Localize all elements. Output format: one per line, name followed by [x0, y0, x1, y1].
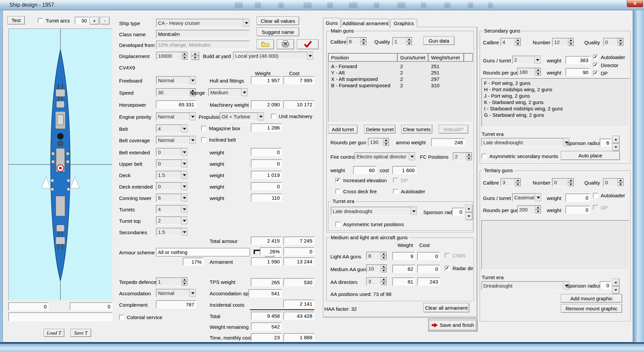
armour-scheme-field[interactable]: All or nothing — [156, 248, 250, 256]
unit-machinery-checkbox[interactable]: Unit machinery — [271, 113, 312, 119]
increased-elevation-checkbox[interactable]: Increased elevation — [335, 178, 387, 183]
col-guns-turret[interactable]: Guns/turret — [397, 53, 428, 62]
deck-select[interactable]: 1.5 — [156, 171, 188, 179]
chevron-down-icon[interactable] — [181, 171, 187, 179]
tab-graphics[interactable]: Graphics — [390, 19, 417, 27]
chevron-down-icon[interactable] — [181, 205, 187, 213]
light-aa-spinner[interactable]: 8 — [366, 252, 387, 260]
ship-drawing-canvas[interactable] — [8, 29, 112, 300]
spinner-updown-icon[interactable] — [361, 38, 367, 45]
sec-guns-turret-select[interactable]: 2 — [512, 56, 541, 64]
ship-type-select[interactable]: CA - Heavy cruiser — [156, 19, 250, 27]
auto-place-button[interactable]: Auto place — [561, 151, 620, 160]
cross-deck-fire-checkbox[interactable]: Cross deck fire — [335, 189, 377, 194]
turret-table[interactable]: Position Guns/turret Weight/turret A - F… — [328, 53, 473, 122]
fire-control-select[interactable]: Electro optical director — [355, 152, 416, 161]
medium-aa-spinner[interactable]: 10 — [366, 264, 387, 273]
sec-dp-checkbox[interactable]: DP — [593, 70, 608, 76]
belt-coverage-select[interactable]: Normal — [156, 136, 196, 144]
arc-plus-button[interactable]: + — [90, 17, 99, 24]
list-item[interactable]: I - Starboard midships wing, 2 guns — [484, 105, 627, 112]
belt-extended-select[interactable]: 0 — [156, 148, 188, 156]
clear-turrets-button[interactable]: Clear turrets — [401, 125, 432, 134]
chevron-down-icon[interactable] — [190, 136, 196, 144]
spinner-updown-icon[interactable] — [381, 278, 387, 285]
spinner-updown-icon[interactable] — [535, 206, 541, 213]
tab-additional-armament[interactable]: Additional armament — [341, 19, 389, 27]
build-at-yard-select[interactable]: Local yard (48 000) — [233, 52, 314, 60]
engine-priority-select[interactable]: Normal — [156, 112, 196, 121]
ter-number-spinner[interactable]: 0 — [552, 178, 574, 187]
chevron-down-icon[interactable] — [181, 160, 187, 167]
list-item[interactable]: G - Starboard wing, 2 guns — [484, 112, 627, 118]
spinner-updown-icon[interactable] — [381, 265, 387, 272]
table-row[interactable]: A - Forward2251 — [328, 63, 473, 69]
arc-step-field[interactable]: 30 — [75, 17, 89, 24]
magazine-box-checkbox[interactable]: Magazine box — [201, 125, 240, 131]
remove-mount-graphic-button[interactable]: Remove mount graphic — [561, 304, 622, 313]
ter-turret-era-select[interactable]: Dreadnought — [481, 281, 570, 290]
ter-quality-spinner[interactable]: 0 — [603, 178, 624, 187]
asymmetric-secondary-checkbox[interactable]: Asymmetric secondary mounts — [482, 153, 558, 159]
chevron-down-icon[interactable] — [409, 153, 415, 160]
table-row[interactable]: B - Forward superimposed2310 — [328, 82, 473, 89]
close-button[interactable]: ✕ — [627, 0, 643, 7]
chevron-down-icon[interactable] — [181, 148, 187, 156]
col-weight-turret[interactable]: Weight/turret — [428, 53, 464, 62]
chevron-down-icon[interactable] — [243, 19, 250, 27]
spinner-updown-icon[interactable] — [618, 38, 624, 46]
add-mount-graphic-button[interactable]: Add mount graphic — [561, 294, 622, 303]
accomodation-select[interactable]: Normal — [156, 289, 196, 297]
sec-quality-spinner[interactable]: 0 — [603, 38, 624, 46]
displacement-spinner[interactable]: 10000 — [156, 52, 188, 60]
main-sponson-updown[interactable] — [465, 205, 473, 220]
spinner-updown-icon[interactable] — [515, 179, 521, 186]
asymmetric-turrets-checkbox[interactable]: Asymmetric turret positions — [335, 221, 404, 227]
chevron-down-icon[interactable] — [181, 217, 187, 224]
main-autoloader-checkbox[interactable]: Autoloader — [393, 189, 425, 194]
open-button[interactable] — [257, 39, 274, 49]
col-position[interactable]: Position — [328, 53, 397, 62]
ter-rounds-spinner[interactable]: 200 — [517, 205, 541, 214]
chevron-down-icon[interactable] — [181, 183, 187, 190]
test-button[interactable]: Test — [7, 16, 25, 24]
chevron-down-icon[interactable] — [181, 125, 187, 133]
chevron-down-icon[interactable] — [181, 194, 187, 202]
clear-all-values-button[interactable]: Clear all values — [257, 16, 299, 25]
save-template-button[interactable]: Save T — [70, 329, 91, 337]
table-row[interactable]: X - Aft superimposed2297 — [328, 76, 473, 82]
deck-extended-select[interactable]: 0 — [156, 182, 188, 191]
radar-dir-checkbox[interactable]: Radar dir — [445, 265, 473, 271]
main-calibre-spinner[interactable]: 8 — [347, 37, 367, 46]
chevron-down-icon[interactable] — [258, 113, 264, 120]
spinner-updown-icon[interactable] — [466, 153, 472, 160]
torpedo-defence-spinner[interactable]: 1 — [156, 278, 188, 286]
gun-data-button[interactable]: Gun data — [423, 36, 454, 45]
upper-belt-select[interactable]: 0 — [156, 159, 188, 168]
chevron-down-icon[interactable] — [534, 56, 541, 64]
spinner-updown-icon[interactable] — [181, 278, 187, 286]
add-turret-button[interactable]: Add turret — [328, 125, 358, 134]
sec-turret-era-select[interactable]: Late dreadnought — [481, 138, 570, 147]
range-select[interactable]: Medium — [208, 88, 248, 97]
chevron-down-icon[interactable] — [190, 77, 196, 84]
list-item[interactable]: H - Port midships wing, 2 guns — [484, 86, 627, 93]
secondary-mounts-list[interactable]: F - Port wing, 2 guns H - Port midships … — [481, 78, 630, 127]
secondaries-select[interactable]: 1.5 — [156, 228, 188, 236]
suggest-name-button[interactable]: Suggest name — [257, 28, 299, 36]
spinner-updown-icon[interactable] — [568, 38, 574, 46]
main-rounds-spinner[interactable]: 130 — [368, 138, 389, 146]
sec-rounds-spinner[interactable]: 180 — [517, 68, 541, 76]
list-item[interactable]: J - Port wing, 2 guns — [484, 93, 627, 99]
chevron-down-icon[interactable] — [307, 52, 313, 60]
clear-all-armament-button[interactable]: Clear all armament — [423, 303, 469, 312]
chevron-down-icon[interactable] — [411, 207, 417, 215]
tertiary-mounts-list[interactable] — [481, 220, 630, 270]
ter-sponson-updown[interactable] — [612, 279, 620, 294]
chevron-down-icon[interactable] — [181, 228, 187, 236]
ter-autoloader-checkbox[interactable]: Autoloader — [593, 193, 625, 198]
spinner-updown-icon[interactable] — [568, 179, 574, 186]
spinner-updown-icon[interactable] — [618, 179, 624, 186]
delete-turret-button[interactable]: Delete turret — [364, 125, 395, 134]
table-row[interactable]: Y - Aft2251 — [328, 69, 473, 76]
